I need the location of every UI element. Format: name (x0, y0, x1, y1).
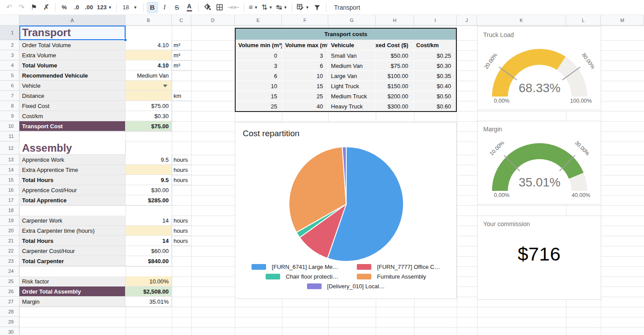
column-header-K[interactable]: K (477, 15, 566, 26)
cell-B8[interactable]: $75.00 (126, 101, 172, 111)
costs-table-cell[interactable]: $0.60 (414, 101, 456, 111)
row-header-25[interactable]: 25 (0, 276, 19, 287)
column-header-E[interactable]: E (235, 15, 282, 26)
cell-B10[interactable]: $75.00 (126, 121, 172, 131)
cell-B7[interactable] (126, 91, 172, 101)
row-header-17[interactable]: 17 (0, 195, 19, 205)
row-header-11[interactable]: 11 (0, 131, 19, 141)
costs-table-cell[interactable]: 3 (236, 61, 282, 71)
cell-A12[interactable]: Assembly (19, 141, 126, 155)
costs-table-cell[interactable]: Large Van (328, 71, 375, 81)
cell-B2[interactable]: 4.10 (126, 40, 172, 50)
legend-item-4[interactable]: [Delivery_010] Local… (307, 283, 385, 290)
row-header-2[interactable]: 2 (0, 40, 19, 50)
cell-A8[interactable]: Fixed Cost (19, 101, 126, 111)
select-all-corner[interactable] (0, 15, 19, 26)
legend-item-1[interactable]: [FURN_7777] Office C… (357, 264, 440, 270)
data-table-button[interactable]: ▼ (295, 2, 311, 13)
row-header-24[interactable]: 24 (0, 266, 19, 276)
horizontal-align-button[interactable]: ≡▼ (247, 2, 259, 13)
costs-table-cell[interactable]: Small Van (328, 51, 375, 60)
cell-C4[interactable]: m³ (172, 60, 191, 71)
costs-table-cell[interactable]: $0.30 (414, 61, 456, 71)
legend-item-2[interactable]: Chair floor protecti… (266, 273, 338, 280)
cell-C19[interactable]: hours (172, 216, 191, 226)
cell-B27[interactable]: 35.01% (126, 297, 172, 307)
row-header-3[interactable]: 3 (0, 50, 19, 60)
more-formats-button[interactable]: 123▼ (96, 2, 113, 13)
costs-table-cell[interactable]: 25 (282, 91, 328, 101)
row-header-29[interactable]: 29 (0, 317, 19, 327)
column-header-I[interactable]: I (414, 15, 457, 26)
column-header-H[interactable]: H (376, 15, 414, 26)
row-header-26[interactable]: 26 (0, 287, 19, 297)
row-header-18[interactable]: 18 (0, 205, 19, 216)
cell-C15[interactable]: hours (172, 175, 191, 185)
row-header-20[interactable]: 20 (0, 226, 19, 236)
bold-button[interactable]: B (147, 2, 158, 13)
costs-table-cell[interactable]: 15 (236, 91, 282, 101)
costs-table-cell[interactable]: 10 (282, 71, 328, 81)
cell-C14[interactable]: hours (172, 165, 191, 175)
cost-repartition-chart-card[interactable]: Cost repartition [FURN_6741] Large Me…[F… (235, 122, 457, 299)
row-header-19[interactable]: 19 (0, 216, 19, 226)
cell-B20[interactable] (126, 226, 172, 236)
cell-C7[interactable]: km (172, 91, 191, 101)
row-header-5[interactable]: 5 (0, 71, 19, 81)
costs-table-header-cell[interactable]: Cost/km (414, 40, 456, 50)
cell-A6[interactable]: Vehicle (19, 81, 126, 91)
vertical-align-button[interactable]: ⇅▼ (260, 2, 274, 13)
selection-fill-handle[interactable] (124, 38, 127, 41)
costs-table-cell[interactable]: 0 (236, 51, 282, 60)
commission-card[interactable]: Your commission $716 (477, 216, 601, 300)
costs-table-cell[interactable]: 6 (282, 61, 328, 71)
costs-table-header-cell[interactable]: Fixed Cost ($) (375, 40, 413, 50)
row-header-22[interactable]: 22 (0, 246, 19, 256)
cell-B25[interactable]: 10.00% (126, 276, 172, 287)
costs-table-cell[interactable]: $100.00 (375, 71, 413, 81)
decrease-decimal-button[interactable]: .0 (71, 2, 82, 13)
row-header-6[interactable]: 6 (0, 81, 19, 91)
cell-C21[interactable]: hours (172, 236, 191, 246)
merge-cells-button[interactable]: ⇥⇤ (226, 2, 241, 13)
costs-table-cell[interactable]: 25 (236, 101, 282, 111)
costs-table-cell[interactable]: Medium Truck (328, 91, 375, 101)
cell-C20[interactable]: hours (172, 226, 191, 236)
cell-B26[interactable]: $2,508.00 (126, 287, 172, 297)
cell-C2[interactable]: m³ (172, 40, 191, 50)
row-header-10[interactable]: 10 (0, 121, 19, 131)
costs-table-header-cell[interactable]: Vehicule (328, 40, 375, 50)
cell-A15[interactable]: Total Hours (19, 175, 126, 185)
costs-table-cell[interactable]: $50.00 (375, 51, 413, 60)
margin-gauge-card[interactable]: Margin 10.00%30.00%35.01%0.00%40.00% (477, 121, 601, 205)
formula-bar[interactable]: Transport (334, 4, 360, 11)
cell-B22[interactable]: $60.00 (126, 246, 172, 256)
row-header-14[interactable]: 14 (0, 165, 19, 175)
row-header-8[interactable]: 8 (0, 101, 19, 111)
row-header-1[interactable]: 1 (0, 26, 19, 40)
redo-button[interactable]: ↷ (16, 2, 27, 13)
costs-table-cell[interactable]: 6 (236, 71, 282, 81)
cell-A20[interactable]: Extra Carpenter time (hours) (19, 226, 126, 236)
italic-button[interactable]: I (159, 2, 170, 13)
cell-B13[interactable]: 9.5 (126, 155, 172, 165)
costs-table-cell[interactable]: $150.00 (375, 81, 413, 91)
format-percent-button[interactable]: % (59, 2, 70, 13)
column-header-C[interactable]: C (172, 15, 191, 26)
borders-button[interactable] (214, 2, 226, 13)
cell-C13[interactable]: hours (172, 155, 191, 165)
column-header-M[interactable]: M (601, 15, 644, 26)
text-color-button[interactable]: A (184, 2, 195, 13)
row-header-27[interactable]: 27 (0, 297, 19, 307)
text-wrap-button[interactable]: ↹▼ (275, 2, 289, 13)
row-header-9[interactable]: 9 (0, 111, 19, 121)
cell-A16[interactable]: Apprentice Cost/Hour (19, 185, 126, 195)
cell-C3[interactable]: m³ (172, 50, 191, 60)
cell-A25[interactable]: Risk factor (19, 276, 126, 287)
strikethrough-button[interactable]: S (171, 2, 183, 13)
cell-B5[interactable]: Medium Van (126, 71, 172, 81)
cell-B14[interactable] (126, 165, 172, 175)
cell-A22[interactable]: Carpenter Cost/Hour (19, 246, 126, 256)
legend-item-0[interactable]: [FURN_6741] Large Me… (252, 264, 338, 270)
cell-B19[interactable]: 14 (126, 216, 172, 226)
